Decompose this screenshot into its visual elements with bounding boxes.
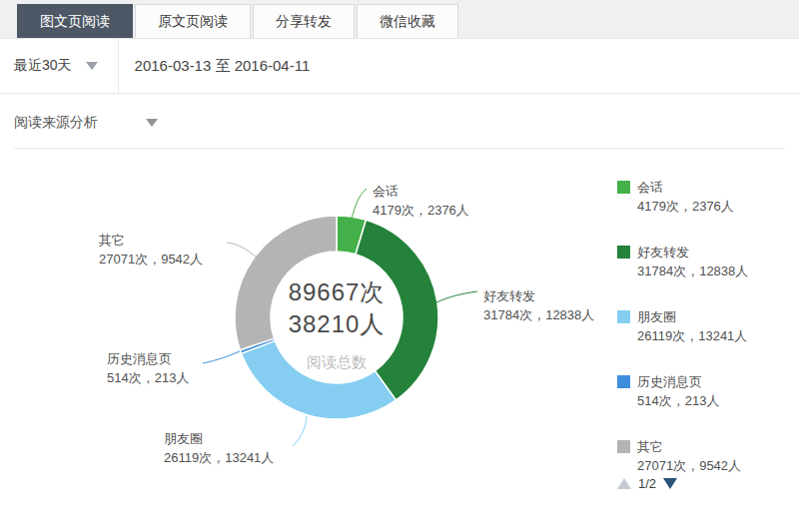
top-tab-bar: 图文页阅读 原文页阅读 分享转发 微信收藏 xyxy=(0,0,799,39)
callout-label-session: 会话 4179次，2376人 xyxy=(373,182,469,220)
legend-label: 好友转发 xyxy=(637,244,689,261)
section-title: 阅读来源分析 xyxy=(14,114,98,132)
callout-value: 4179次，2376人 xyxy=(373,201,469,220)
callout-line-moments xyxy=(293,416,307,446)
analytics-page: 图文页阅读 原文页阅读 分享转发 微信收藏 最近30天 2016-03-13 至… xyxy=(0,0,799,532)
tab-image-text-page-reads[interactable]: 图文页阅读 xyxy=(17,4,133,38)
chevron-down-icon[interactable] xyxy=(146,119,158,127)
date-range-dropdown-label: 最近30天 xyxy=(14,57,72,75)
pager-down-icon[interactable] xyxy=(663,478,677,489)
legend-label: 历史消息页 xyxy=(637,373,702,390)
legend-item-other[interactable]: 其它 27071次，9542人 xyxy=(617,438,792,474)
legend-label: 其它 xyxy=(637,438,663,455)
callout-name: 会话 xyxy=(373,182,469,201)
legend-pager: 1/2 xyxy=(617,476,677,491)
legend-swatch-icon xyxy=(617,246,630,259)
legend-swatch-icon xyxy=(617,310,630,323)
callout-line-other xyxy=(227,243,257,258)
callout-label-friend-share: 好友转发 31784次，12838人 xyxy=(483,286,594,324)
legend-value: 31784次，12838人 xyxy=(617,263,792,279)
legend-item-moments[interactable]: 朋友圈 26119次，13241人 xyxy=(617,308,792,344)
legend-swatch-icon xyxy=(617,181,630,194)
legend-value: 26119次，13241人 xyxy=(617,327,792,344)
pager-up-icon[interactable] xyxy=(617,478,631,489)
legend-item-history-page[interactable]: 历史消息页 514次，213人 xyxy=(617,373,792,409)
legend-value: 514次，213人 xyxy=(617,392,792,409)
callout-line-friend-share xyxy=(436,291,477,302)
callout-value: 26119次，13241人 xyxy=(164,448,274,467)
callout-label-history-page: 历史消息页 514次，213人 xyxy=(107,349,189,387)
legend-item-friend-share[interactable]: 好友转发 31784次，12838人 xyxy=(617,244,792,279)
tab-original-page-reads[interactable]: 原文页阅读 xyxy=(135,4,251,38)
callout-label-moments: 朋友圈 26119次，13241人 xyxy=(164,429,274,467)
filter-bar: 最近30天 2016-03-13 至 2016-04-11 xyxy=(0,39,799,94)
section-header: 阅读来源分析 xyxy=(0,94,799,132)
donut-slice-2[interactable] xyxy=(242,340,397,419)
legend-label: 会话 xyxy=(637,179,663,196)
section-divider xyxy=(14,148,785,149)
callout-line-session xyxy=(352,189,367,219)
legend-swatch-icon xyxy=(617,440,630,453)
callout-name: 其它 xyxy=(99,231,203,250)
donut-slices-group xyxy=(235,216,438,419)
date-range-dropdown[interactable]: 最近30天 xyxy=(0,57,98,75)
callout-line-history-page xyxy=(203,351,240,363)
filter-separator xyxy=(118,39,119,93)
callout-value: 514次，213人 xyxy=(107,368,189,387)
legend-label: 朋友圈 xyxy=(637,308,676,325)
legend-value: 27071次，9542人 xyxy=(617,457,792,474)
callout-value: 31784次，12838人 xyxy=(483,305,594,324)
date-range-text: 2016-03-13 至 2016-04-11 xyxy=(135,57,311,76)
chevron-down-icon xyxy=(86,62,98,70)
callout-label-other: 其它 27071次，9542人 xyxy=(99,231,203,268)
tab-wechat-favorites[interactable]: 微信收藏 xyxy=(357,4,458,38)
legend-swatch-icon xyxy=(617,375,630,388)
callout-name: 朋友圈 xyxy=(164,429,274,448)
donut-slice-1[interactable] xyxy=(356,220,438,400)
callout-name: 历史消息页 xyxy=(107,349,189,368)
chart-legend: 会话 4179次，2376人 好友转发 31784次，12838人 朋友圈 26… xyxy=(617,179,792,503)
pager-page-text: 1/2 xyxy=(638,476,656,491)
legend-value: 4179次，2376人 xyxy=(617,198,792,215)
callout-value: 27071次，9542人 xyxy=(99,250,203,268)
donut-slice-4[interactable] xyxy=(235,216,337,350)
callout-name: 好友转发 xyxy=(483,286,594,305)
tab-share-forward[interactable]: 分享转发 xyxy=(253,4,355,38)
legend-item-session[interactable]: 会话 4179次，2376人 xyxy=(617,179,792,215)
